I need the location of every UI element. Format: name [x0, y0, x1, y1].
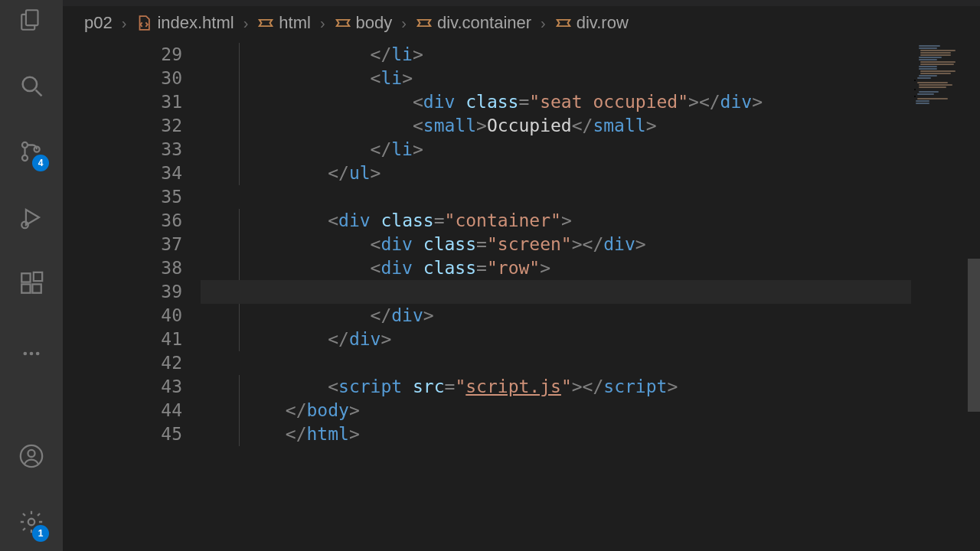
line-number: 39: [63, 280, 182, 304]
minimap-line: [919, 45, 940, 47]
symbol-field-icon: [555, 15, 572, 31]
minimap-line: [919, 68, 937, 70]
breadcrumb-segment[interactable]: body: [335, 13, 393, 33]
svg-rect-10: [32, 284, 41, 292]
code-line[interactable]: </body>: [201, 399, 911, 422]
code-line[interactable]: [201, 280, 911, 304]
minimap-line: [919, 91, 939, 93]
svg-rect-0: [26, 10, 38, 25]
line-number: 33: [63, 138, 182, 161]
code-line[interactable]: </html>: [201, 422, 911, 446]
symbol-field-icon: [416, 15, 433, 31]
code-line[interactable]: </li>: [201, 43, 911, 67]
vertical-scrollbar[interactable]: [968, 259, 980, 412]
settings-gear-icon[interactable]: 1: [0, 504, 63, 540]
svg-line-2: [36, 90, 42, 96]
code-line[interactable]: <li>: [201, 67, 911, 90]
minimap-line: [917, 82, 948, 83]
minimap-line: [919, 57, 942, 58]
minimap-line: [917, 93, 934, 95]
code-line[interactable]: <div class="container">: [201, 209, 911, 233]
search-icon[interactable]: [0, 67, 63, 104]
breadcrumb-segment[interactable]: div.row: [555, 13, 629, 33]
minimap-line: [917, 98, 948, 99]
chevron-right-icon: ›: [320, 15, 325, 32]
code-line[interactable]: <div class="row">: [201, 256, 911, 280]
line-number: 43: [63, 375, 182, 399]
line-number: 35: [63, 185, 182, 209]
code-line[interactable]: <small>Occupied</small>: [201, 114, 911, 138]
account-icon[interactable]: [0, 438, 63, 474]
svg-point-1: [23, 77, 37, 91]
breadcrumb-label: div.container: [437, 13, 531, 33]
chevron-right-icon: ›: [243, 15, 249, 32]
code-editor[interactable]: 2930313233343536373839404142434445 </li>…: [63, 40, 911, 551]
file-code-icon: [136, 15, 152, 31]
code-line[interactable]: </li>: [201, 138, 911, 161]
breadcrumb-label: div.row: [577, 13, 629, 33]
svg-point-14: [36, 352, 40, 356]
minimap-line: [919, 59, 937, 60]
code-line[interactable]: [201, 185, 911, 209]
line-number: 29: [63, 43, 182, 67]
files-icon[interactable]: [0, 2, 63, 38]
line-number: 41: [63, 328, 182, 351]
minimap-line: [920, 70, 956, 72]
svg-rect-9: [21, 284, 30, 292]
minimap-line: [919, 84, 952, 86]
code-line[interactable]: </div>: [201, 328, 911, 351]
symbol-field-icon: [257, 15, 274, 31]
minimap-line: [914, 80, 916, 81]
svg-point-16: [28, 450, 34, 457]
chevron-right-icon: ›: [541, 15, 546, 32]
minimap-line: [919, 66, 937, 67]
activity-bar: 4 1: [0, 0, 63, 551]
breadcrumb-segment[interactable]: index.html: [136, 13, 234, 33]
line-number: 40: [63, 304, 182, 328]
minimap-line: [917, 77, 931, 79]
minimap-line: [920, 54, 951, 56]
run-debug-icon[interactable]: [0, 199, 63, 236]
svg-point-17: [28, 519, 35, 526]
editor-group: p02›index.html›html›body›div.container›d…: [63, 0, 980, 551]
svg-point-13: [30, 352, 34, 356]
line-number: 38: [63, 256, 182, 280]
scm-badge: 4: [32, 155, 49, 171]
svg-point-12: [24, 352, 28, 356]
line-number: 44: [63, 399, 182, 422]
minimap-line: [920, 64, 954, 65]
svg-point-3: [22, 142, 28, 148]
breadcrumb-label: html: [279, 13, 311, 33]
line-number: 34: [63, 161, 182, 185]
line-number: 31: [63, 90, 182, 114]
symbol-field-icon: [335, 15, 351, 31]
settings-badge: 1: [32, 525, 49, 542]
more-icon[interactable]: [0, 335, 63, 372]
source-control-icon[interactable]: 4: [0, 133, 63, 170]
code-content[interactable]: </li> <li> <div class="seat occupied"></…: [201, 40, 911, 446]
breadcrumb-segment[interactable]: div.container: [416, 13, 531, 33]
line-number: 32: [63, 114, 182, 138]
line-number: 37: [63, 233, 182, 256]
minimap-line: [916, 100, 929, 102]
minimap-line: [919, 47, 937, 49]
code-line[interactable]: <div class="seat occupied"></div>: [201, 90, 911, 114]
svg-point-4: [22, 155, 28, 161]
minimap-line: [920, 50, 956, 51]
line-number: 30: [63, 67, 182, 90]
breadcrumb-segment[interactable]: p02: [84, 13, 113, 33]
svg-rect-8: [21, 273, 30, 282]
svg-rect-11: [34, 272, 42, 281]
code-line[interactable]: [201, 351, 911, 375]
code-line[interactable]: <script src="script.js"></script>: [201, 375, 911, 399]
minimap-line: [919, 75, 937, 77]
breadcrumbs[interactable]: p02›index.html›html›body›div.container›d…: [63, 6, 980, 40]
breadcrumb-segment[interactable]: html: [257, 13, 311, 33]
breadcrumb-label: p02: [84, 13, 113, 33]
code-line[interactable]: <div class="screen"></div>: [201, 233, 911, 256]
code-line[interactable]: </div>: [201, 304, 911, 328]
code-line[interactable]: </ul>: [201, 161, 911, 185]
tabs-bar[interactable]: [63, 0, 980, 6]
extensions-icon[interactable]: [0, 265, 63, 302]
minimap-line: [920, 73, 951, 74]
